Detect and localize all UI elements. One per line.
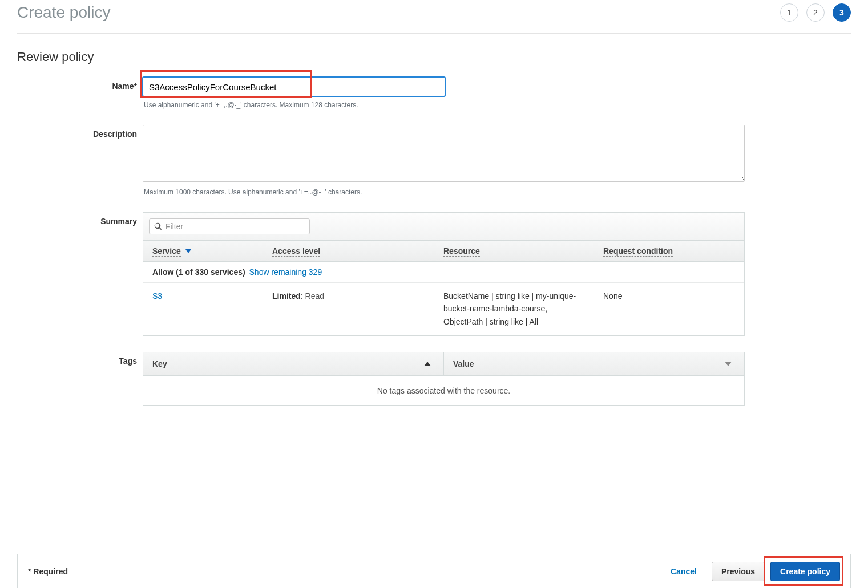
sort-asc-icon bbox=[424, 362, 431, 366]
tags-empty-msg: No tags associated with the resource. bbox=[143, 376, 745, 406]
resource-cell: BucketName | string like | my-unique-buc… bbox=[434, 283, 594, 335]
filter-input[interactable] bbox=[165, 222, 305, 231]
col-service[interactable]: Service bbox=[143, 241, 263, 262]
sort-desc-icon bbox=[725, 362, 732, 366]
tags-col-value[interactable]: Value bbox=[444, 352, 744, 375]
wizard-steps: 1 2 3 bbox=[780, 3, 851, 22]
tags-col-key[interactable]: Key bbox=[143, 352, 444, 375]
service-link[interactable]: S3 bbox=[152, 291, 162, 301]
tags-table-container: Key Value No tags associated with the re… bbox=[143, 352, 745, 406]
allow-prefix: Allow (1 of 330 services) bbox=[152, 267, 245, 277]
access-level-cell: Limited: Read bbox=[263, 283, 434, 335]
step-3[interactable]: 3 bbox=[833, 3, 851, 22]
allow-summary-row: Allow (1 of 330 services) Show remaining… bbox=[143, 262, 744, 283]
summary-label: Summary bbox=[17, 212, 143, 226]
cancel-button[interactable]: Cancel bbox=[661, 562, 706, 581]
description-hint: Maximum 1000 characters. Use alphanumeri… bbox=[143, 188, 851, 196]
sort-desc-icon bbox=[185, 248, 191, 254]
row-tags: Tags Key Value No tags associated with t… bbox=[17, 352, 851, 406]
step-1[interactable]: 1 bbox=[780, 3, 798, 22]
col-resource[interactable]: Resource bbox=[434, 241, 594, 262]
show-remaining-link[interactable]: Show remaining 329 bbox=[249, 267, 322, 277]
page-title: Create policy bbox=[17, 3, 110, 22]
section-title: Review policy bbox=[17, 50, 851, 64]
previous-button[interactable]: Previous bbox=[712, 562, 765, 581]
step-2[interactable]: 2 bbox=[806, 3, 825, 22]
description-textarea[interactable] bbox=[143, 125, 745, 182]
description-label: Description bbox=[17, 125, 143, 139]
tags-label: Tags bbox=[17, 352, 143, 366]
search-icon bbox=[154, 222, 162, 230]
request-condition-cell: None bbox=[594, 283, 744, 335]
summary-table-container: Service Access level Resource Request co… bbox=[143, 212, 745, 336]
footer-bar: * Required Cancel Previous Create policy bbox=[17, 554, 851, 588]
page-header: Create policy 1 2 3 bbox=[17, 0, 851, 34]
col-request-condition[interactable]: Request condition bbox=[594, 241, 744, 262]
name-input[interactable] bbox=[143, 77, 445, 96]
filter-input-wrap[interactable] bbox=[149, 218, 310, 234]
row-description: Description Maximum 1000 characters. Use… bbox=[17, 125, 851, 196]
create-policy-button[interactable]: Create policy bbox=[770, 562, 840, 581]
name-hint: Use alphanumeric and '+=,.@-_' character… bbox=[143, 101, 851, 109]
table-row: S3 Limited: Read BucketName | string lik… bbox=[143, 283, 744, 335]
row-summary: Summary Service bbox=[17, 212, 851, 336]
col-access-level[interactable]: Access level bbox=[263, 241, 434, 262]
required-note: * Required bbox=[28, 567, 68, 576]
summary-filter-bar bbox=[143, 213, 744, 241]
row-name: Name* Use alphanumeric and '+=,.@-_' cha… bbox=[17, 77, 851, 109]
name-label: Name* bbox=[17, 77, 143, 91]
summary-table: Service Access level Resource Request co… bbox=[143, 241, 744, 335]
tags-header: Key Value bbox=[143, 352, 745, 376]
